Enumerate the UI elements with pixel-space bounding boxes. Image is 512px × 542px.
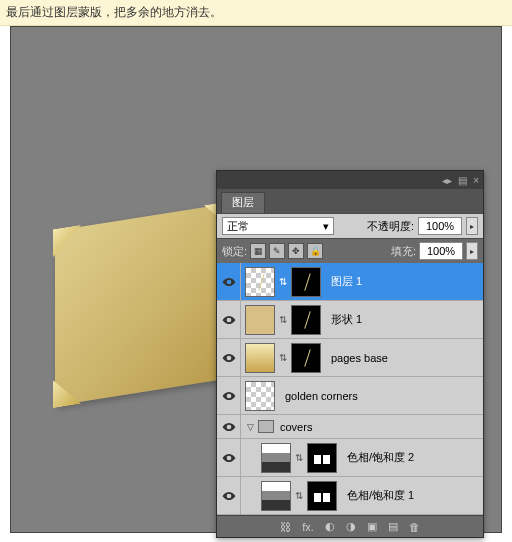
eye-icon <box>222 420 236 434</box>
visibility-toggle[interactable] <box>217 477 241 514</box>
layers-panel: ◂▸ ▤ × 图层 正常 ▾ 不透明度: ▸ 锁定: ▦ ✎ ✥ 🔒 填充: <box>216 170 484 538</box>
layer-thumbnail[interactable] <box>245 343 275 373</box>
eye-icon <box>222 351 236 365</box>
lock-all-button[interactable]: 🔒 <box>307 243 323 259</box>
visibility-toggle[interactable] <box>217 377 241 414</box>
layer-thumbnail[interactable] <box>245 305 275 335</box>
layer-row[interactable]: ⇅ 色相/饱和度 2 <box>217 439 483 477</box>
fill-label: 填充: <box>391 244 416 259</box>
layer-name[interactable]: 图层 1 <box>325 274 362 289</box>
link-icon: ⇅ <box>294 488 304 504</box>
layer-row[interactable]: ⇅ pages base <box>217 339 483 377</box>
new-layer-button[interactable]: ▤ <box>388 520 398 533</box>
fill-input[interactable] <box>419 242 463 260</box>
layer-group-row[interactable]: ▽ covers <box>217 415 483 439</box>
layer-name[interactable]: 色相/饱和度 2 <box>341 450 414 465</box>
lock-move-button[interactable]: ✥ <box>288 243 304 259</box>
group-disclosure-icon[interactable]: ▽ <box>247 422 254 432</box>
fill-slider-button[interactable]: ▸ <box>466 242 478 260</box>
folder-icon <box>258 420 274 433</box>
lock-label: 锁定: <box>222 244 247 259</box>
adjustment-layer-button[interactable]: ◑ <box>346 520 356 533</box>
collapse-icon[interactable]: ◂▸ <box>442 175 452 186</box>
new-group-button[interactable]: ▣ <box>367 520 377 533</box>
link-layers-button[interactable]: ⛓ <box>280 521 291 533</box>
panel-close-icon[interactable]: × <box>473 175 479 186</box>
layer-name[interactable]: 形状 1 <box>325 312 362 327</box>
panel-tabbar: 图层 <box>217 189 483 213</box>
blend-mode-value: 正常 <box>227 219 249 234</box>
book-artwork <box>55 203 230 406</box>
adjustment-thumbnail[interactable] <box>261 443 291 473</box>
mask-thumbnail[interactable] <box>291 305 321 335</box>
layer-name[interactable]: 色相/饱和度 1 <box>341 488 414 503</box>
layers-list: ⇅ 图层 1 ⇅ 形状 1 <box>217 263 483 515</box>
visibility-toggle[interactable] <box>217 339 241 376</box>
mask-thumbnail[interactable] <box>307 443 337 473</box>
layer-row[interactable]: ⇅ 色相/饱和度 1 <box>217 477 483 515</box>
lock-fill-row: 锁定: ▦ ✎ ✥ 🔒 填充: ▸ <box>217 238 483 263</box>
layer-thumbnail[interactable] <box>245 381 275 411</box>
blend-mode-select[interactable]: 正常 ▾ <box>222 217 334 235</box>
layer-row[interactable]: ⇅ 图层 1 <box>217 263 483 301</box>
add-mask-button[interactable]: ◐ <box>325 520 335 533</box>
link-icon: ⇅ <box>278 274 288 290</box>
eye-icon <box>222 389 236 403</box>
workspace-canvas: ◂▸ ▤ × 图层 正常 ▾ 不透明度: ▸ 锁定: ▦ ✎ ✥ 🔒 填充: <box>10 26 502 533</box>
opacity-input[interactable] <box>418 217 462 235</box>
layer-name[interactable]: golden corners <box>279 390 358 402</box>
lock-transparency-button[interactable]: ▦ <box>250 243 266 259</box>
dropdown-icon: ▾ <box>323 220 329 233</box>
eye-icon <box>222 275 236 289</box>
layer-name[interactable]: pages base <box>325 352 388 364</box>
layer-name[interactable]: covers <box>278 421 312 433</box>
instruction-text: 最后通过图层蒙版，把多余的地方消去。 <box>0 0 512 26</box>
opacity-slider-button[interactable]: ▸ <box>466 217 478 235</box>
visibility-toggle[interactable] <box>217 439 241 476</box>
adjustment-thumbnail[interactable] <box>261 481 291 511</box>
mask-thumbnail[interactable] <box>291 267 321 297</box>
eye-icon <box>222 489 236 503</box>
eye-icon <box>222 451 236 465</box>
mask-thumbnail[interactable] <box>307 481 337 511</box>
blend-opacity-row: 正常 ▾ 不透明度: ▸ <box>217 213 483 238</box>
layer-fx-button[interactable]: fx. <box>302 521 314 533</box>
panel-header: ◂▸ ▤ × <box>217 171 483 189</box>
lock-paint-button[interactable]: ✎ <box>269 243 285 259</box>
layer-row[interactable]: golden corners <box>217 377 483 415</box>
panel-menu-icon[interactable]: ▤ <box>458 175 467 186</box>
opacity-label: 不透明度: <box>367 219 414 234</box>
visibility-toggle[interactable] <box>217 301 241 338</box>
layers-tab[interactable]: 图层 <box>221 192 265 213</box>
mask-thumbnail[interactable] <box>291 343 321 373</box>
panel-footer: ⛓ fx. ◐ ◑ ▣ ▤ 🗑 <box>217 515 483 537</box>
book-cover <box>55 203 230 406</box>
eye-icon <box>222 313 236 327</box>
layer-thumbnail[interactable] <box>245 267 275 297</box>
visibility-toggle[interactable] <box>217 263 241 300</box>
visibility-toggle[interactable] <box>217 415 241 438</box>
delete-layer-button[interactable]: 🗑 <box>409 521 420 533</box>
link-icon: ⇅ <box>278 350 288 366</box>
layer-row[interactable]: ⇅ 形状 1 <box>217 301 483 339</box>
link-icon: ⇅ <box>278 312 288 328</box>
link-icon: ⇅ <box>294 450 304 466</box>
